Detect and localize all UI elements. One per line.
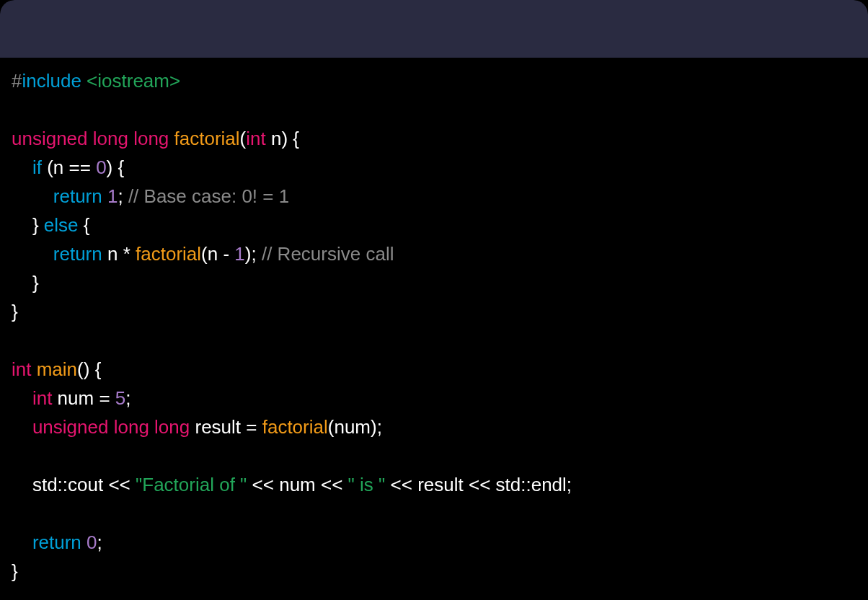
- indent: [12, 416, 32, 438]
- var-n: n: [107, 243, 118, 265]
- type-long: long: [93, 128, 128, 149]
- call-factorial: factorial: [136, 243, 201, 265]
- op-eqeq: ==: [69, 156, 91, 178]
- type-int: int: [32, 387, 52, 409]
- kw-return: return: [32, 531, 81, 553]
- comment-base-case: // Base case: 0! = 1: [128, 185, 289, 207]
- var-n: n: [53, 156, 63, 178]
- ident-endl: endl: [531, 474, 567, 495]
- rbrace-fn: }: [12, 301, 18, 322]
- indent: [12, 531, 32, 553]
- lbrace: {: [293, 128, 299, 149]
- literal-0b: 0: [87, 531, 97, 553]
- rbrace-main: }: [12, 560, 18, 582]
- kw-else: else: [44, 214, 79, 236]
- op-eq: =: [99, 387, 110, 409]
- ns-std: std: [32, 474, 58, 495]
- op-scope: ::: [58, 474, 68, 495]
- include-header: <iostream>: [87, 70, 180, 92]
- code-window: #include <iostream> unsigned long long f…: [0, 0, 868, 600]
- call-factorial2: factorial: [262, 416, 328, 438]
- type-long2: long: [133, 128, 169, 149]
- var-num: num: [58, 387, 94, 409]
- literal-0: 0: [96, 156, 106, 178]
- str-is: " is ": [348, 474, 386, 495]
- func-factorial: factorial: [174, 128, 240, 149]
- kw-return: return: [53, 243, 102, 265]
- include-keyword: include: [22, 70, 81, 92]
- type-int: int: [12, 358, 31, 380]
- comment-recursive: // Recursive call: [262, 243, 394, 265]
- type-unsigned: unsigned: [12, 128, 88, 149]
- literal-1: 1: [107, 185, 118, 207]
- indent: [12, 156, 32, 178]
- indent: [12, 243, 53, 265]
- window-titlebar: [0, 0, 868, 58]
- semi: ;: [118, 185, 123, 207]
- lparen: (: [240, 128, 247, 149]
- op-star: *: [123, 243, 130, 265]
- literal-5: 5: [115, 387, 125, 409]
- param-n: n: [271, 128, 281, 149]
- func-main: main: [37, 358, 77, 380]
- var-result: result: [195, 416, 241, 438]
- indent: [12, 185, 53, 207]
- literal-1b: 1: [234, 243, 244, 265]
- op-minus: -: [223, 243, 229, 265]
- str-factorial-of: "Factorial of ": [136, 474, 247, 495]
- code-block: #include <iostream> unsigned long long f…: [0, 58, 868, 586]
- indent: [12, 214, 32, 236]
- kw-if: if: [32, 156, 42, 178]
- rparen: ): [281, 128, 288, 149]
- kw-return: return: [53, 185, 102, 207]
- indent: [12, 474, 32, 495]
- preproc-hash: #: [12, 70, 22, 92]
- op-ltlt: <<: [108, 474, 130, 495]
- param-type-int: int: [246, 128, 265, 149]
- indent: [12, 387, 32, 409]
- ident-cout: cout: [68, 474, 103, 495]
- indent: [12, 272, 32, 294]
